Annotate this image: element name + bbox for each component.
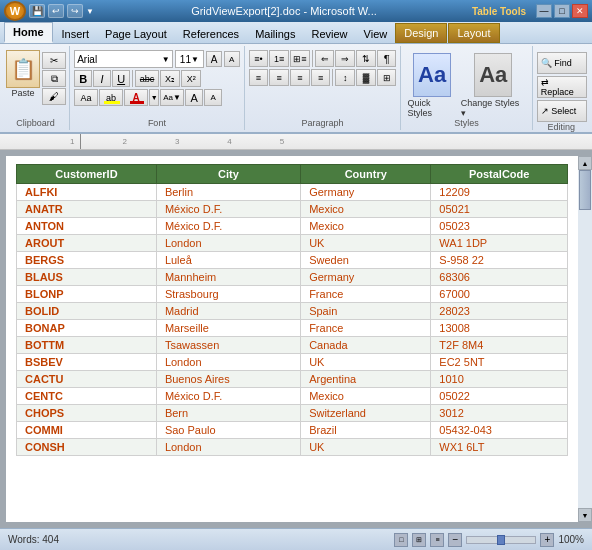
subscript-button[interactable]: X₂ xyxy=(160,70,180,87)
text-effects-button[interactable]: Aa xyxy=(74,89,98,106)
paste-button[interactable]: 📋 Paste xyxy=(6,50,40,98)
tab-mailings[interactable]: Mailings xyxy=(247,25,303,43)
underline-button[interactable]: U xyxy=(112,70,130,87)
font-color-button[interactable]: A xyxy=(124,89,148,106)
table-row: BLAUSMannheimGermany68306 xyxy=(17,269,568,286)
list-bullet-button[interactable]: ≡• xyxy=(249,50,269,67)
scroll-up-button[interactable]: ▲ xyxy=(578,156,592,170)
table-row: BLONPStrasbourgFrance67000 xyxy=(17,286,568,303)
format-painter-button[interactable]: 🖌 xyxy=(42,88,66,105)
tab-view[interactable]: View xyxy=(356,25,396,43)
line-spacing-button[interactable]: ↕ xyxy=(335,69,355,86)
tab-layout[interactable]: Layout xyxy=(448,23,499,43)
quick-styles-button[interactable]: Aa Quick Styles xyxy=(407,53,456,118)
cell-postalcode: 05432-043 xyxy=(431,422,568,439)
cell-city: London xyxy=(156,354,300,371)
zoom-slider[interactable] xyxy=(466,536,536,544)
view-btn-2[interactable]: ⊞ xyxy=(412,533,426,547)
styles-group: Aa Quick Styles Aa Change Styles ▾ Style… xyxy=(401,46,532,130)
cell-postalcode: 05023 xyxy=(431,218,568,235)
zoom-minus-button[interactable]: − xyxy=(448,533,462,547)
font-shrink-button[interactable]: A xyxy=(224,51,240,67)
dropdown-arrow[interactable]: ▼ xyxy=(86,4,96,18)
superscript-button[interactable]: X² xyxy=(181,70,201,87)
decrease-indent-button[interactable]: ⇐ xyxy=(315,50,335,67)
list-multilevel-button[interactable]: ⊞≡ xyxy=(290,50,310,67)
cell-city: London xyxy=(156,439,300,456)
cell-country: Argentina xyxy=(301,371,431,388)
office-button[interactable]: W xyxy=(4,1,26,21)
cell-city: México D.F. xyxy=(156,201,300,218)
save-button[interactable]: 💾 xyxy=(29,4,45,18)
cell-country: Germany xyxy=(301,184,431,201)
cell-postalcode: WA1 1DP xyxy=(431,235,568,252)
table-row: BOLIDMadridSpain28023 xyxy=(17,303,568,320)
tab-insert[interactable]: Insert xyxy=(54,25,98,43)
increase-indent-button[interactable]: ⇒ xyxy=(335,50,355,67)
tab-review[interactable]: Review xyxy=(303,25,355,43)
align-center-button[interactable]: ≡ xyxy=(269,69,289,86)
select-button[interactable]: ↗ Select xyxy=(537,100,587,122)
tab-references[interactable]: References xyxy=(175,25,247,43)
sort-button[interactable]: ⇅ xyxy=(356,50,376,67)
tab-home[interactable]: Home xyxy=(4,22,53,43)
font-grow-button[interactable]: A xyxy=(206,51,222,67)
col-header-city: City xyxy=(156,165,300,184)
cell-postalcode: 3012 xyxy=(431,405,568,422)
minimize-button[interactable]: — xyxy=(536,4,552,18)
cell-city: Berlin xyxy=(156,184,300,201)
tab-design[interactable]: Design xyxy=(395,23,447,43)
redo-button[interactable]: ↪ xyxy=(67,4,83,18)
undo-button[interactable]: ↩ xyxy=(48,4,64,18)
font-size-selector[interactable]: 11▼ xyxy=(175,50,205,68)
find-button[interactable]: 🔍 Find xyxy=(537,52,587,74)
bold-button[interactable]: B xyxy=(74,70,92,87)
borders-button[interactable]: ⊞ xyxy=(377,69,397,86)
cell-postalcode: EC2 5NT xyxy=(431,354,568,371)
highlight-color-button[interactable]: ab xyxy=(99,89,123,106)
font-name-selector[interactable]: Arial ▼ xyxy=(74,50,172,68)
view-btn-3[interactable]: ≡ xyxy=(430,533,444,547)
show-formatting-button[interactable]: ¶ xyxy=(377,50,397,67)
list-number-button[interactable]: 1≡ xyxy=(269,50,289,67)
tab-page-layout[interactable]: Page Layout xyxy=(97,25,175,43)
view-btn-1[interactable]: □ xyxy=(394,533,408,547)
cell-city: Luleå xyxy=(156,252,300,269)
cell-postalcode: T2F 8M4 xyxy=(431,337,568,354)
replace-button[interactable]: ⇄ Replace xyxy=(537,76,587,98)
scroll-down-button[interactable]: ▼ xyxy=(578,508,592,522)
strikethrough-button[interactable]: abc xyxy=(135,70,159,87)
shading-button[interactable]: ▓ xyxy=(356,69,376,86)
maximize-button[interactable]: □ xyxy=(554,4,570,18)
data-table: CustomerID City Country PostalCode ALFKI… xyxy=(16,164,568,456)
status-bar: Words: 404 □ ⊞ ≡ − + 100% xyxy=(0,528,592,550)
close-button[interactable]: ✕ xyxy=(572,4,588,18)
cell-country: Spain xyxy=(301,303,431,320)
shrink-font-button[interactable]: A xyxy=(204,89,222,106)
word-count: Words: 404 xyxy=(8,534,59,545)
zoom-level: 100% xyxy=(558,534,584,545)
cut-button[interactable]: ✂ xyxy=(42,52,66,69)
change-styles-button[interactable]: Aa Change Styles ▾ xyxy=(461,53,526,118)
table-row: CONSHLondonUKWX1 6LT xyxy=(17,439,568,456)
italic-button[interactable]: I xyxy=(93,70,111,87)
align-right-button[interactable]: ≡ xyxy=(290,69,310,86)
zoom-plus-button[interactable]: + xyxy=(540,533,554,547)
vertical-scrollbar[interactable]: ▲ ▼ xyxy=(578,156,592,522)
copy-button[interactable]: ⧉ xyxy=(42,70,66,87)
cell-customerid: BSBEV xyxy=(17,354,157,371)
change-case-button[interactable]: Aa▼ xyxy=(160,89,184,106)
cell-customerid: CENTC xyxy=(17,388,157,405)
scroll-thumb[interactable] xyxy=(579,170,591,210)
grow-font-button[interactable]: A xyxy=(185,89,203,106)
align-left-button[interactable]: ≡ xyxy=(249,69,269,86)
cell-country: Mexico xyxy=(301,201,431,218)
cell-city: Sao Paulo xyxy=(156,422,300,439)
cell-country: Sweden xyxy=(301,252,431,269)
justify-button[interactable]: ≡ xyxy=(311,69,331,86)
font-color-expand[interactable]: ▼ xyxy=(149,89,159,106)
cell-customerid: BERGS xyxy=(17,252,157,269)
cell-customerid: ALFKI xyxy=(17,184,157,201)
col-header-country: Country xyxy=(301,165,431,184)
table-row: ANATRMéxico D.F.Mexico05021 xyxy=(17,201,568,218)
